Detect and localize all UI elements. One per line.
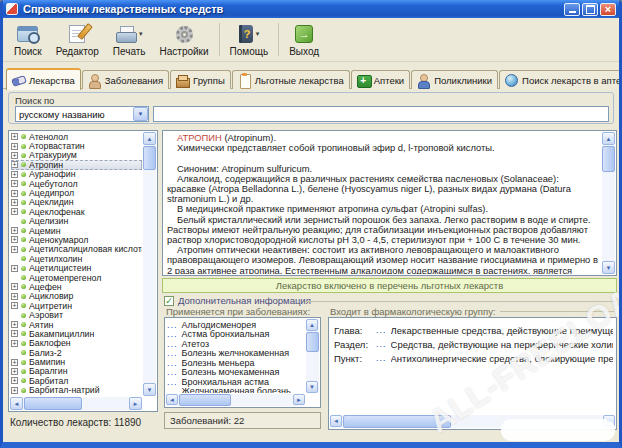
pharm-group-link[interactable]: ...	[376, 325, 387, 335]
drug-list-item[interactable]: + Аценокумарол	[11, 235, 142, 244]
expand-plus-icon[interactable]: +	[11, 227, 18, 234]
expand-plus-icon[interactable]: +	[11, 377, 18, 384]
search-input[interactable]	[153, 106, 609, 122]
scroll-left-icon[interactable]: ◄	[330, 415, 342, 427]
scroll-down-icon[interactable]: ▼	[143, 383, 156, 396]
expand-plus-icon[interactable]: +	[11, 265, 18, 272]
expand-plus-icon[interactable]: +	[11, 293, 18, 300]
disease-link[interactable]: ...	[167, 329, 178, 339]
scroll-thumb[interactable]	[143, 146, 156, 170]
disease-link[interactable]: ...	[167, 339, 178, 349]
drug-list-item[interactable]: + Ацетилцистеин	[11, 263, 142, 272]
disease-list-item[interactable]: ... Болезнь мочекаменная	[167, 368, 305, 378]
toolbar-button[interactable]: Поиск	[7, 20, 49, 61]
drug-list-item[interactable]: + Атропин	[11, 160, 142, 169]
drug-list-item[interactable]: + Атенолол	[11, 132, 142, 141]
toolbar-button[interactable]: Настройки	[153, 20, 216, 61]
drug-list-item[interactable]: + Аторвастатин	[11, 141, 142, 150]
maximize-button-icon[interactable]	[582, 3, 598, 16]
expand-plus-icon[interactable]: +	[11, 236, 18, 243]
drug-list-item[interactable]: + Ацефен	[11, 282, 142, 291]
disease-list-item[interactable]: ... Бронхиальная астма	[167, 377, 305, 387]
scroll-left-icon[interactable]: ◄	[166, 394, 178, 405]
expand-plus-icon[interactable]: +	[11, 359, 18, 366]
scroll-right-icon[interactable]: ►	[129, 397, 142, 410]
drug-list-item[interactable]: + Ацикловир	[11, 292, 142, 301]
disease-link[interactable]: ...	[167, 377, 178, 387]
scroll-down-icon[interactable]: ▼	[602, 261, 615, 274]
tab[interactable]: Аптеки	[351, 70, 410, 89]
expand-plus-icon[interactable]: +	[11, 161, 18, 168]
disease-list-item[interactable]: ... Желчнокаменная болезнь	[167, 387, 305, 394]
expand-plus-icon[interactable]: +	[11, 387, 18, 394]
drug-list-item[interactable]: + Ацеклофенак	[11, 207, 142, 216]
toolbar-button[interactable]: ▾ Печать	[106, 20, 153, 61]
dropdown-arrow-icon[interactable]: ▾	[256, 30, 260, 38]
drug-list-item[interactable]: + Ацемин	[11, 226, 142, 235]
drug-list-item[interactable]: + Атракуриум	[11, 151, 142, 160]
expand-plus-icon[interactable]: +	[11, 152, 18, 159]
drug-list-item[interactable]: + Ацитретин	[11, 301, 142, 310]
drug-list-item[interactable]: + Ацетомепрегенол	[11, 273, 142, 282]
search-mode-select[interactable]: русскому названию ▼	[15, 106, 149, 122]
disease-link[interactable]: ...	[167, 386, 178, 393]
expand-plus-icon[interactable]: +	[11, 321, 18, 328]
drug-list-horizontal-scrollbar[interactable]: ◄ ►	[10, 397, 142, 410]
expand-plus-icon[interactable]: +	[11, 199, 18, 206]
minimize-button-icon[interactable]	[564, 3, 580, 16]
expand-plus-icon[interactable]: +	[11, 368, 18, 375]
drug-list-item[interactable]: + Ацебутолол	[11, 179, 142, 188]
disease-list-item[interactable]: ... Астма бронхиальная	[167, 330, 305, 340]
drug-list-item[interactable]: + Бакампициллин	[11, 329, 142, 338]
expand-plus-icon[interactable]: +	[11, 190, 18, 197]
tab[interactable]: Поиск лекарств в аптеках	[499, 70, 622, 89]
drug-list-item[interactable]: + Баралгин	[11, 367, 142, 376]
disease-list-item[interactable]: ... Болезнь желчнокаменная	[167, 349, 305, 359]
scroll-thumb[interactable]	[24, 397, 82, 410]
expand-plus-icon[interactable]: +	[11, 340, 18, 347]
expand-plus-icon[interactable]: +	[11, 180, 18, 187]
disease-list-item[interactable]: ... Альгодисменорея	[167, 320, 305, 330]
scroll-thumb[interactable]	[179, 394, 231, 406]
drug-list-item[interactable]: + Ацедипрол	[11, 188, 142, 197]
tab[interactable]: Заболевания	[82, 70, 169, 89]
disease-link[interactable]: ...	[167, 348, 178, 358]
expand-plus-icon[interactable]: +	[11, 171, 18, 178]
disease-vertical-scrollbar[interactable]: ▲ ▼	[306, 319, 319, 393]
drug-list-item[interactable]: + Баклофен	[11, 339, 142, 348]
scroll-up-icon[interactable]: ▲	[306, 319, 318, 331]
tab[interactable]: Поликлиники	[411, 70, 498, 89]
disease-list-item[interactable]: ... Болезнь меньера	[167, 358, 305, 368]
additional-info-checkbox[interactable]	[164, 296, 174, 306]
scroll-down-icon[interactable]: ▼	[306, 381, 318, 393]
expand-plus-icon[interactable]: +	[11, 208, 18, 215]
dropdown-arrow-icon[interactable]: ▾	[139, 30, 143, 38]
scroll-up-icon[interactable]: ▲	[602, 132, 615, 145]
close-button-icon[interactable]	[600, 3, 616, 16]
tab[interactable]: Льготные лекарства	[232, 70, 350, 89]
drug-list-item[interactable]: + Ацетилсалициловая кислота	[11, 245, 142, 254]
drug-list-item[interactable]: + Ацетилхолин	[11, 254, 142, 263]
drug-list-vertical-scrollbar[interactable]: ▲ ▼	[143, 132, 156, 396]
toolbar-button[interactable]: Редактор	[49, 20, 106, 61]
drug-list-item[interactable]: + Бализ-2	[11, 348, 142, 357]
tab[interactable]: Лекарства	[6, 68, 81, 90]
expand-plus-icon[interactable]: +	[11, 143, 18, 150]
drug-list-item[interactable]: + Аэровит	[11, 310, 142, 319]
expand-plus-icon[interactable]: +	[11, 330, 18, 337]
expand-plus-icon[interactable]: +	[11, 246, 18, 253]
drug-list-item[interactable]: + Аятин	[11, 320, 142, 329]
drug-list-item[interactable]: + Барбитал	[11, 376, 142, 385]
combo-arrow-icon[interactable]: ▼	[133, 107, 148, 121]
disease-link[interactable]: ...	[167, 358, 178, 368]
scroll-up-icon[interactable]: ▲	[143, 132, 156, 145]
pharm-group-link[interactable]: ...	[376, 353, 387, 363]
expand-plus-icon[interactable]: +	[11, 302, 18, 309]
drug-list-item[interactable]: + Бамипин	[11, 357, 142, 366]
scroll-thumb[interactable]	[306, 332, 319, 352]
scroll-right-icon[interactable]: ►	[293, 394, 305, 405]
disease-list-item[interactable]: ... Атетоз	[167, 339, 305, 349]
pharm-horizontal-scrollbar[interactable]: ◄ ►	[330, 415, 615, 428]
scroll-thumb[interactable]	[602, 146, 615, 172]
toolbar-button[interactable]: ▾ Помощь	[223, 20, 276, 61]
